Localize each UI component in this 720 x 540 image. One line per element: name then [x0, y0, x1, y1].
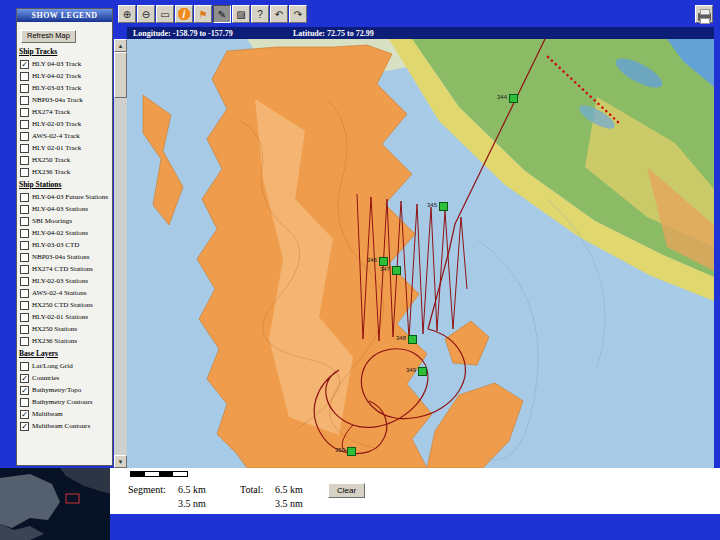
legend-item-checkbox[interactable]	[20, 229, 29, 238]
legend-item-checkbox[interactable]	[20, 362, 29, 371]
legend-item[interactable]: ✓HLY 04-03 Track	[17, 58, 112, 70]
legend-item[interactable]: HX250 Stations	[17, 323, 112, 335]
legend-item-checkbox[interactable]	[20, 265, 29, 274]
station-marker[interactable]: 349	[418, 367, 427, 376]
overview-inset-map[interactable]	[0, 468, 110, 540]
legend-item[interactable]: HLY-02-03 Stations	[17, 275, 112, 287]
map-vertical-scrollbar[interactable]: ▲ ▼	[114, 39, 127, 468]
refresh-map-button[interactable]: Refresh Map	[21, 30, 76, 43]
legend-item-checkbox[interactable]	[20, 253, 29, 262]
legend-list: Ship Tracks✓HLY 04-03 TrackHLY-04-02 Tra…	[17, 44, 112, 432]
legend-item[interactable]: HLY-04-02 Track	[17, 70, 112, 82]
legend-item-label: HLY-04-02 Track	[32, 70, 81, 82]
legend-item-checkbox[interactable]	[20, 313, 29, 322]
erase-button[interactable]: ▨	[232, 5, 250, 23]
legend-item[interactable]: HLY-02-03 Track	[17, 118, 112, 130]
legend-item-checkbox[interactable]: ✓	[20, 422, 29, 431]
print-button[interactable]	[695, 5, 713, 23]
legend-item[interactable]: AWS-02-4 Stations	[17, 287, 112, 299]
legend-item-checkbox[interactable]	[20, 132, 29, 141]
legend-item-checkbox[interactable]	[20, 84, 29, 93]
legend-item-checkbox[interactable]: ✓	[20, 374, 29, 383]
legend-item-checkbox[interactable]	[20, 120, 29, 129]
legend-item[interactable]: HX274 CTD Stations	[17, 263, 112, 275]
legend-item-checkbox[interactable]	[20, 156, 29, 165]
legend-item[interactable]: HX236 Track	[17, 166, 112, 178]
undo-button[interactable]: ↶	[270, 5, 288, 23]
legend-item-checkbox[interactable]	[20, 325, 29, 334]
legend-item[interactable]: HLY-03-03 Track	[17, 82, 112, 94]
station-marker[interactable]: 347	[392, 266, 401, 275]
legend-item[interactable]: HX250 Track	[17, 154, 112, 166]
legend-item[interactable]: HX236 Stations	[17, 335, 112, 347]
zoom-in-button[interactable]: ⊕	[118, 5, 136, 23]
map-viewport[interactable]: 344345346347348349350	[127, 39, 714, 468]
info-button[interactable]: i	[175, 5, 193, 23]
coordinate-bar: Longitude: -158.79 to -157.79 Latitude: …	[127, 27, 714, 39]
legend-item-checkbox[interactable]	[20, 241, 29, 250]
legend-item-label: NBP03-04a Stations	[32, 251, 89, 263]
legend-item-checkbox[interactable]	[20, 144, 29, 153]
scroll-down-icon[interactable]: ▼	[114, 455, 127, 468]
zoom-full-button[interactable]: ▭	[156, 5, 174, 23]
legend-item-checkbox[interactable]	[20, 72, 29, 81]
legend-item-checkbox[interactable]	[20, 168, 29, 177]
station-marker[interactable]: 350	[347, 447, 356, 456]
station-marker[interactable]: 345	[439, 202, 448, 211]
legend-item-label: HLY-04-03 Stations	[32, 203, 88, 215]
legend-item[interactable]: ✓Bathymetry/Topo	[17, 384, 112, 396]
legend-item[interactable]: HX274 Track	[17, 106, 112, 118]
legend-item[interactable]: HX250 CTD Stations	[17, 299, 112, 311]
legend-item-checkbox[interactable]: ✓	[20, 386, 29, 395]
identify-button[interactable]: ⚑	[194, 5, 212, 23]
scrollbar-thumb[interactable]	[114, 52, 127, 98]
station-marker[interactable]: 348	[408, 335, 417, 344]
legend-item[interactable]: HLY-04-03 Stations	[17, 203, 112, 215]
station-label: 346	[367, 257, 377, 263]
legend-item-label: HX274 Track	[32, 106, 70, 118]
legend-item[interactable]: Lat/Long Grid	[17, 360, 112, 372]
station-marker[interactable]: 346	[379, 257, 388, 266]
legend-item-checkbox[interactable]	[20, 205, 29, 214]
legend-item-label: HLY-02-01 Stations	[32, 311, 88, 323]
legend-item[interactable]: ✓Countries	[17, 372, 112, 384]
legend-item-checkbox[interactable]	[20, 96, 29, 105]
legend-item[interactable]: ✓Multibeam Contours	[17, 420, 112, 432]
longitude-range: Longitude: -158.79 to -157.79	[133, 29, 283, 38]
legend-item[interactable]: HLY-03-03 CTD	[17, 239, 112, 251]
legend-item-checkbox[interactable]	[20, 193, 29, 202]
legend-item-label: HX250 CTD Stations	[32, 299, 93, 311]
legend-item-checkbox[interactable]	[20, 108, 29, 117]
clear-button[interactable]: Clear	[328, 483, 365, 498]
legend-item[interactable]: AWS-02-4 Track	[17, 130, 112, 142]
legend-item-label: HLY-04-02 Stations	[32, 227, 88, 239]
legend-item-checkbox[interactable]	[20, 337, 29, 346]
legend-item[interactable]: NBP03-04a Stations	[17, 251, 112, 263]
legend-item[interactable]: HLY-04-02 Stations	[17, 227, 112, 239]
legend-item-checkbox[interactable]	[20, 277, 29, 286]
scroll-up-icon[interactable]: ▲	[114, 39, 127, 52]
legend-item[interactable]: NBP03-04a Track	[17, 94, 112, 106]
refresh-row: Refresh Map	[17, 22, 112, 44]
help-button[interactable]: ?	[251, 5, 269, 23]
legend-item[interactable]: ✓Multibeam	[17, 408, 112, 420]
legend-item-checkbox[interactable]	[20, 301, 29, 310]
legend-item-checkbox[interactable]	[20, 217, 29, 226]
legend-item-checkbox[interactable]	[20, 398, 29, 407]
legend-item-checkbox[interactable]	[20, 289, 29, 298]
legend-item[interactable]: HLY 02-01 Track	[17, 142, 112, 154]
redo-button[interactable]: ↷	[289, 5, 307, 23]
legend-item[interactable]: HLY-02-01 Stations	[17, 311, 112, 323]
segment-nm-value: 3.5 nm	[178, 498, 206, 509]
station-marker[interactable]: 344	[509, 94, 518, 103]
legend-item-checkbox[interactable]: ✓	[20, 60, 29, 69]
zoom-out-button[interactable]: ⊖	[137, 5, 155, 23]
legend-item[interactable]: SBI Moorings	[17, 215, 112, 227]
legend-item-checkbox[interactable]: ✓	[20, 410, 29, 419]
measure-button[interactable]: ✎	[213, 5, 231, 23]
legend-item-label: HLY-04-03 Future Stations	[32, 191, 108, 203]
legend-item-label: HLY-02-03 Stations	[32, 275, 88, 287]
legend-item[interactable]: HLY-04-03 Future Stations	[17, 191, 112, 203]
legend-item-label: HLY-03-03 CTD	[32, 239, 79, 251]
legend-item[interactable]: Bathymetry Contours	[17, 396, 112, 408]
